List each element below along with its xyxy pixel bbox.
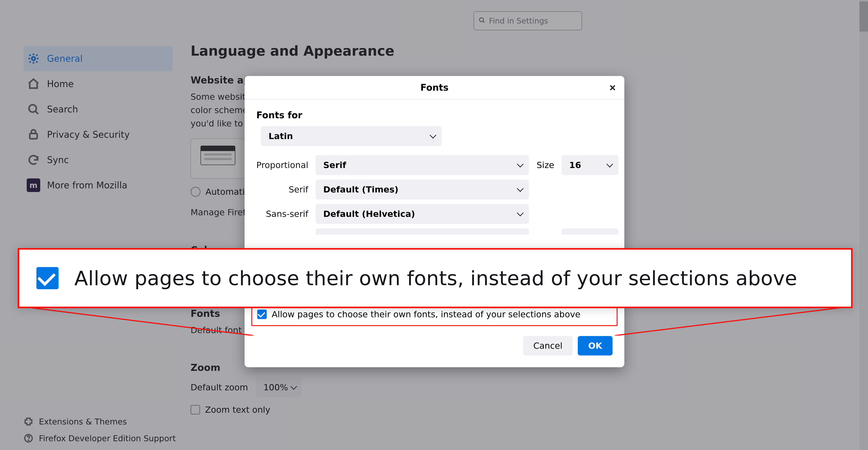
proportional-size-select[interactable]: 16: [561, 155, 618, 175]
svg-point-0: [479, 18, 484, 22]
allow-pages-label: Allow pages to choose their own fonts, i…: [272, 309, 581, 319]
ok-button[interactable]: OK: [578, 336, 613, 356]
sans-serif-select[interactable]: Default (Helvetica): [315, 204, 529, 224]
sidebar-item-label: Sync: [47, 155, 69, 165]
allow-pages-callout: Allow pages to choose their own fonts, i…: [18, 248, 852, 308]
settings-sidebar: General Home Search Privacy & Security S…: [24, 46, 173, 198]
dialog-title: Fonts: [421, 82, 449, 93]
sidebar-item-more-mozilla[interactable]: m More from Mozilla: [24, 173, 173, 198]
mozilla-icon: m: [27, 178, 40, 192]
footer-support[interactable]: Firefox Developer Edition Support: [24, 433, 176, 443]
theme-card-automatic[interactable]: [191, 139, 245, 179]
scrollbar-track[interactable]: [860, 0, 868, 450]
svg-line-1: [483, 21, 485, 23]
gear-icon: [27, 52, 40, 65]
cancel-button[interactable]: Cancel: [523, 336, 573, 356]
sidebar-item-general[interactable]: General: [24, 46, 173, 71]
settings-search[interactable]: Find in Settings: [473, 11, 582, 30]
proportional-select[interactable]: Serif: [315, 155, 529, 175]
zoom-text-only-label: Zoom text only: [205, 405, 270, 415]
fonts-dialog: Fonts Fonts for Latin Proportional Serif…: [245, 76, 624, 367]
proportional-label: Proportional: [256, 160, 308, 170]
sync-icon: [27, 153, 40, 167]
page-title: Language and Appearance: [191, 43, 586, 59]
checkbox-icon: [191, 405, 200, 415]
sidebar-item-label: Search: [47, 104, 78, 114]
footer-extensions-themes[interactable]: Extensions & Themes: [24, 417, 176, 426]
callout-connector-right: [615, 306, 852, 336]
checkbox-checked-icon: [257, 309, 267, 319]
serif-label: Serif: [256, 184, 308, 194]
monospace-select-partial[interactable]: [315, 229, 529, 235]
default-zoom-label: Default zoom: [191, 382, 248, 392]
close-icon: [609, 84, 616, 92]
scrollbar-thumb[interactable]: [860, 1, 868, 32]
sidebar-item-label: Home: [47, 79, 74, 89]
svg-point-3: [29, 105, 36, 112]
footer-link-label: Firefox Developer Edition Support: [39, 434, 176, 443]
sans-serif-label: Sans-serif: [256, 209, 308, 219]
allow-pages-callout-text: Allow pages to choose their own fonts, i…: [74, 267, 797, 290]
sidebar-item-privacy[interactable]: Privacy & Security: [24, 122, 173, 147]
sidebar-item-label: More from Mozilla: [47, 180, 127, 190]
sidebar-item-home[interactable]: Home: [24, 71, 173, 96]
checkbox-checked-icon: [36, 267, 59, 289]
size-label: Size: [536, 160, 554, 170]
svg-line-10: [19, 306, 254, 336]
allow-pages-checkbox[interactable]: Allow pages to choose their own fonts, i…: [257, 309, 612, 319]
svg-rect-5: [30, 133, 37, 139]
home-icon: [27, 77, 40, 91]
theme-preview-icon: [200, 146, 235, 165]
puzzle-icon: [24, 417, 33, 426]
sidebar-item-label: Privacy & Security: [47, 129, 130, 140]
sidebar-item-search[interactable]: Search: [24, 96, 173, 122]
settings-search-placeholder: Find in Settings: [489, 16, 548, 25]
footer-link-label: Extensions & Themes: [39, 417, 127, 426]
radio-icon: [191, 187, 200, 197]
zoom-text-only-checkbox[interactable]: Zoom text only: [191, 405, 586, 415]
fonts-for-label: Fonts for: [256, 110, 613, 120]
monospace-size-select-partial[interactable]: [561, 229, 618, 235]
dialog-close-button[interactable]: [606, 82, 619, 94]
svg-point-7: [28, 440, 29, 441]
default-zoom-select[interactable]: 100%: [256, 378, 302, 397]
sidebar-item-sync[interactable]: Sync: [24, 147, 173, 173]
serif-select[interactable]: Default (Times): [315, 180, 529, 200]
theme-radio-label: Automatic: [206, 187, 250, 197]
help-icon: [24, 433, 33, 443]
sidebar-footer: Extensions & Themes Firefox Developer Ed…: [24, 417, 176, 443]
search-icon: [478, 16, 485, 25]
callout-connector-left: [19, 306, 254, 336]
svg-line-4: [35, 111, 38, 114]
svg-point-2: [32, 57, 35, 60]
svg-line-11: [615, 306, 852, 336]
sidebar-item-label: General: [47, 53, 83, 64]
fonts-for-select[interactable]: Latin: [261, 126, 442, 146]
lock-icon: [27, 128, 40, 141]
search-icon: [27, 102, 40, 116]
